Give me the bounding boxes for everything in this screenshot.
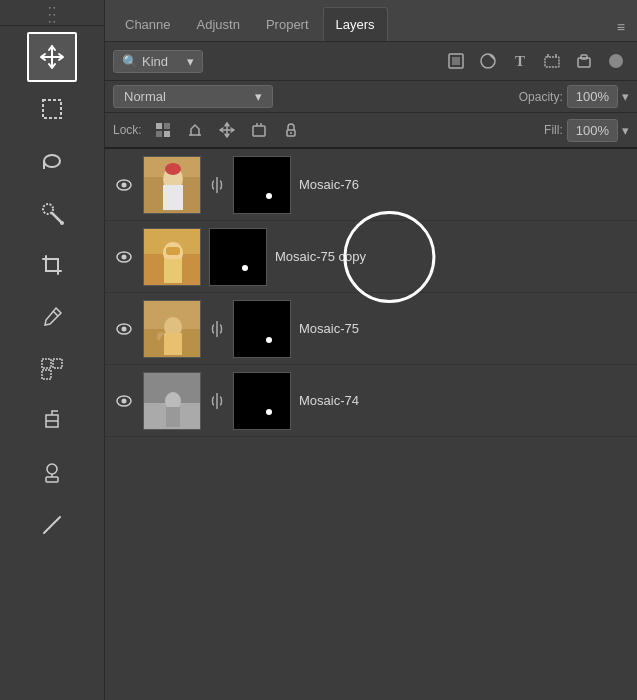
svg-rect-45 (164, 259, 182, 283)
selection-tool[interactable] (27, 344, 77, 394)
svg-point-48 (122, 326, 127, 331)
layer-mosaic-75-copy[interactable]: Mosaic-75 copy (105, 221, 637, 293)
panel-tabs: Channe Adjustn Propert Layers ≡ (105, 0, 637, 42)
lock-artboard-icon[interactable] (246, 117, 272, 143)
filter-toggle-circle[interactable] (603, 48, 629, 74)
filter-smartobj-icon[interactable] (571, 48, 597, 74)
svg-line-4 (52, 213, 62, 223)
blend-mode-dropdown[interactable]: Normal ▾ (113, 85, 273, 108)
svg-rect-0 (43, 100, 61, 118)
filter-kind-arrow: ▾ (187, 54, 194, 69)
opacity-input[interactable]: 100% (567, 85, 618, 108)
lock-position-icon[interactable] (214, 117, 240, 143)
svg-rect-38 (163, 185, 183, 210)
layer-thumb-mosaic-74 (143, 372, 201, 430)
line-tool[interactable] (27, 500, 77, 550)
layers-panel: Channe Adjustn Propert Layers ≡ 🔍 Kind ▾ (105, 0, 637, 700)
lasso-tool[interactable] (27, 136, 77, 186)
opacity-group: Opacity: 100% ▾ (519, 85, 629, 108)
svg-rect-25 (156, 131, 162, 137)
tab-layers[interactable]: Layers (323, 7, 388, 41)
svg-rect-46 (166, 247, 180, 255)
layer-mask-dot-mosaic-74 (266, 409, 272, 415)
svg-rect-8 (53, 359, 62, 368)
tab-adjustments[interactable]: Adjustn (185, 7, 252, 41)
layer-visibility-mosaic-75[interactable] (113, 318, 135, 340)
fill-label: Fill: (544, 123, 563, 137)
eyedropper-tool[interactable] (27, 292, 77, 342)
filter-adjustment-icon[interactable] (475, 48, 501, 74)
svg-rect-16 (452, 57, 460, 65)
svg-rect-28 (253, 126, 265, 136)
layer-mask-dot-mosaic-75 (266, 337, 272, 343)
search-icon: 🔍 (122, 54, 138, 69)
fill-arrow[interactable]: ▾ (622, 123, 629, 138)
blend-mode-label: Normal (124, 89, 166, 104)
toolbar-grip (0, 4, 104, 26)
layer-mask-mosaic-75-copy (209, 228, 267, 286)
layer-visibility-mosaic-75-copy[interactable] (113, 246, 135, 268)
layer-mosaic-76[interactable]: Mosaic-76 (105, 149, 637, 221)
brush-tool[interactable] (27, 188, 77, 238)
layer-link-mosaic-75 (209, 319, 225, 339)
filter-row: 🔍 Kind ▾ T (105, 42, 637, 81)
layer-name-mosaic-75: Mosaic-75 (299, 321, 629, 336)
lock-pixels-icon[interactable] (150, 117, 176, 143)
layer-name-mosaic-75-copy: Mosaic-75 copy (275, 249, 629, 264)
crop-tool[interactable] (27, 240, 77, 290)
filter-type-icon[interactable]: T (507, 48, 533, 74)
fill-input[interactable]: 100% (567, 119, 618, 142)
lock-label: Lock: (113, 123, 142, 137)
layer-name-mosaic-74: Mosaic-74 (299, 393, 629, 408)
layer-link-mosaic-74 (209, 391, 225, 411)
svg-rect-22 (581, 55, 587, 59)
lock-image-icon[interactable] (182, 117, 208, 143)
svg-point-11 (47, 464, 57, 474)
svg-rect-26 (164, 131, 170, 137)
filter-shape-icon[interactable] (539, 48, 565, 74)
svg-line-14 (44, 517, 60, 533)
filter-kind-label: Kind (142, 54, 168, 69)
layer-mask-mosaic-74 (233, 372, 291, 430)
svg-rect-9 (42, 370, 51, 379)
layer-mask-dot-mosaic-76 (266, 193, 272, 199)
tab-properties[interactable]: Propert (254, 7, 321, 41)
layer-mask-mosaic-75 (233, 300, 291, 358)
panel-menu-icon[interactable]: ≡ (613, 13, 629, 41)
svg-rect-7 (42, 359, 51, 368)
layers-list: Mosaic-76 (105, 149, 637, 700)
blend-mode-row: Normal ▾ Opacity: 100% ▾ (105, 81, 637, 113)
svg-rect-18 (545, 57, 559, 67)
lock-all-icon[interactable] (278, 117, 304, 143)
svg-point-1 (44, 155, 60, 167)
layer-visibility-mosaic-76[interactable] (113, 174, 135, 196)
filter-pixel-icon[interactable] (443, 48, 469, 74)
blend-mode-arrow: ▾ (255, 89, 262, 104)
marquee-tool[interactable] (27, 84, 77, 134)
svg-rect-24 (164, 123, 170, 129)
paint-tool[interactable] (27, 396, 77, 446)
layer-mosaic-74[interactable]: Mosaic-74 (105, 365, 637, 437)
lock-row: Lock: (105, 113, 637, 149)
layer-link-mosaic-76 (209, 175, 225, 195)
layer-thumb-mosaic-76 (143, 156, 201, 214)
layer-visibility-mosaic-74[interactable] (113, 390, 135, 412)
toolbar (0, 0, 105, 700)
svg-point-32 (290, 132, 292, 134)
layer-name-mosaic-76: Mosaic-76 (299, 177, 629, 192)
svg-point-5 (60, 221, 64, 225)
stamp-tool[interactable] (27, 448, 77, 498)
opacity-label: Opacity: (519, 90, 563, 104)
layer-mosaic-75[interactable]: Mosaic-75 (105, 293, 637, 365)
svg-point-39 (165, 163, 181, 175)
svg-rect-12 (46, 477, 58, 482)
filter-type-icons: T (443, 48, 629, 74)
layer-mask-mosaic-76 (233, 156, 291, 214)
tab-channels[interactable]: Channe (113, 7, 183, 41)
move-tool[interactable] (27, 32, 77, 82)
layers-list-inner: Mosaic-76 (105, 149, 637, 437)
layer-thumb-mosaic-75 (143, 300, 201, 358)
layer-mask-dot-mosaic-75-copy (242, 265, 248, 271)
opacity-arrow[interactable]: ▾ (622, 89, 629, 104)
filter-kind-dropdown[interactable]: 🔍 Kind ▾ (113, 50, 203, 73)
